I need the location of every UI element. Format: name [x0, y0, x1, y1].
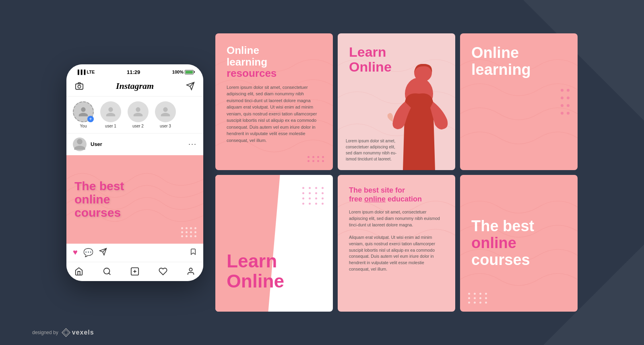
send-icon[interactable] — [186, 81, 195, 91]
story-label-user3: user 3 — [160, 124, 171, 128]
post-more-icon[interactable]: ··· — [188, 140, 197, 148]
card4-title: LearnOnline — [227, 251, 284, 292]
instagram-header: Instagram — [66, 78, 203, 97]
svg-marker-7 — [62, 329, 70, 337]
story-label-user2: user 2 — [132, 124, 144, 128]
nav-add-icon[interactable] — [130, 267, 139, 278]
post-dots — [181, 227, 197, 237]
time-status: 11:29 — [127, 69, 140, 75]
post-user-info: User — [73, 138, 102, 151]
nav-heart-icon[interactable] — [159, 267, 167, 278]
post-actions: ♥ 💬 — [66, 244, 203, 262]
card-learn-online-angled: LearnOnline — [215, 175, 333, 312]
story-user2[interactable]: user 2 — [128, 101, 149, 128]
story-avatar-user1 — [100, 101, 121, 122]
instagram-logo: Instagram — [116, 81, 154, 91]
card2-body: Lorem ipsum dolor sit amet, consectetuer… — [346, 138, 402, 162]
nav-profile-icon[interactable] — [186, 267, 195, 278]
status-bar: ▐▐▐ LTE 11:29 100% — [66, 64, 203, 78]
signal-status: ▐▐▐ LTE — [76, 70, 95, 74]
post-title: The best online courses — [74, 179, 124, 219]
comment-icon[interactable]: 💬 — [83, 248, 93, 258]
nav-search-icon[interactable] — [103, 267, 111, 278]
card5-body: Lorem ipsum dolor sit amet, consectetuer… — [349, 209, 444, 273]
card1-body: Lorem ipsum dolor sit amet, consectetuer… — [227, 84, 322, 144]
phone-nav — [66, 262, 203, 281]
like-icon[interactable]: ♥ — [73, 248, 78, 258]
card3-colon-dots — [561, 89, 570, 115]
stories-row: You user 1 user 2 — [66, 97, 203, 133]
card3-title: Onlinelearning — [471, 45, 566, 78]
card5-title: The best site forfree online education — [349, 186, 444, 203]
card-best-site: The best site forfree online education L… — [338, 175, 455, 312]
vexels-logo: vexels — [62, 328, 94, 337]
phone-mockup: ▐▐▐ LTE 11:29 100% Instagram — [66, 64, 203, 281]
card-online-learning: Onlinelearning — [460, 33, 578, 170]
cards-grid: Onlinelearningresources Lorem ipsum dolo… — [215, 33, 578, 312]
vexels-name: vexels — [72, 329, 94, 336]
svg-point-2 — [103, 268, 109, 274]
battery-icon — [185, 70, 194, 74]
share-icon[interactable] — [99, 248, 107, 258]
svg-rect-0 — [76, 84, 83, 89]
post-username: User — [91, 141, 102, 147]
vexels-branding: designed by vexels — [32, 328, 94, 337]
story-avatar-user2 — [128, 101, 149, 122]
card-online-resources: Onlinelearningresources Lorem ipsum dolo… — [215, 33, 333, 170]
story-avatar-you — [73, 101, 94, 122]
story-avatar-user3 — [155, 101, 176, 122]
svg-marker-8 — [64, 330, 68, 335]
svg-point-1 — [78, 85, 80, 88]
story-label-you: You — [80, 124, 87, 128]
story-user3[interactable]: user 3 — [155, 101, 176, 128]
card1-dots — [308, 156, 325, 162]
save-icon[interactable] — [190, 248, 197, 258]
post-avatar — [73, 138, 87, 151]
card6-title: The bestonlinecourses — [471, 218, 566, 268]
story-label-user1: user 1 — [105, 124, 116, 128]
card-learn-online-photo: LearnOnline — [338, 33, 455, 170]
card-best-courses: The bestonlinecourses — [460, 175, 578, 312]
post-image: The best online courses — [66, 155, 203, 244]
nav-home-icon[interactable] — [74, 267, 83, 278]
post-actions-left: ♥ 💬 — [73, 248, 107, 258]
card1-title: Onlinelearningresources — [227, 45, 322, 79]
camera-icon[interactable] — [74, 81, 84, 91]
main-container: ▐▐▐ LTE 11:29 100% Instagram — [50, 17, 594, 328]
post-header: User ··· — [66, 133, 203, 155]
story-user1[interactable]: user 1 — [100, 101, 121, 128]
story-you[interactable]: You — [73, 101, 94, 128]
svg-point-4 — [189, 268, 192, 271]
designed-by-label: designed by — [32, 330, 58, 335]
battery-status: 100% — [172, 70, 194, 74]
